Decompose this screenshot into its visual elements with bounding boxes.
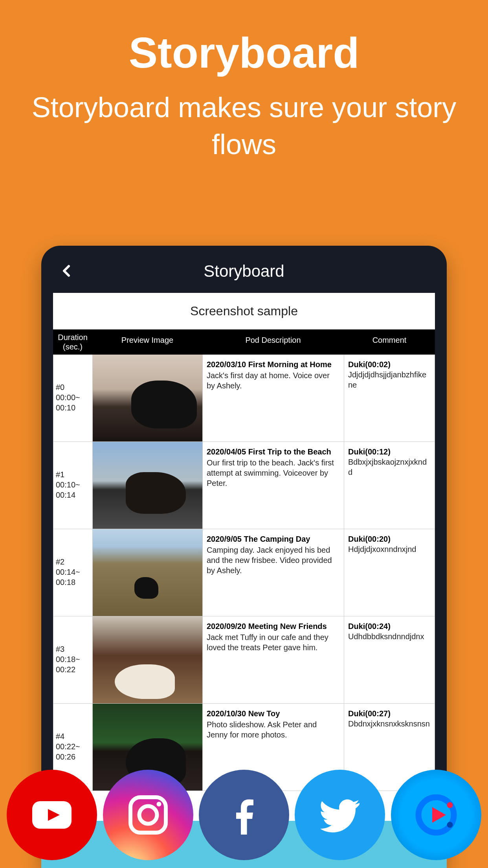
desc-title: 2020/03/10 First Morning at Home <box>207 359 340 370</box>
youtube-icon[interactable] <box>7 770 97 860</box>
cell-duration: #0 00:00~ 00:10 <box>53 355 93 441</box>
row-time: 00:14~ 00:18 <box>56 567 90 587</box>
desc-title: 2020/10/30 New Toy <box>207 708 340 719</box>
comment-meta: Duki(00:02) <box>348 359 431 370</box>
cell-duration: #3 00:18~ 00:22 <box>53 616 93 703</box>
desc-title: 2020/04/05 First Trip to the Beach <box>207 447 340 457</box>
cell-preview <box>93 355 203 441</box>
comment-body: Udhdbbdksndnndjdnx <box>348 631 431 642</box>
header-comment: Comment <box>344 333 435 351</box>
cell-duration: #2 00:14~ 00:18 <box>53 529 93 616</box>
preview-image <box>93 442 202 529</box>
desc-body: Camping day. Jack enjoyed his bed and th… <box>207 545 340 576</box>
hero-title: Storyboard <box>0 0 488 77</box>
row-index: #3 <box>56 644 90 654</box>
row-index: #0 <box>56 382 90 392</box>
svg-point-8 <box>447 822 453 828</box>
row-time: 00:10~ 00:14 <box>56 480 90 500</box>
instagram-icon[interactable] <box>103 770 193 860</box>
app-header: Storyboard <box>53 257 435 285</box>
back-button[interactable] <box>57 261 76 285</box>
desc-body: Jack's first day at home. Voice over by … <box>207 370 340 391</box>
row-time: 00:22~ 00:26 <box>56 741 90 762</box>
cell-comment: Duki(00:02) Jdjdjdjdhsjjdjanbzhfikene <box>344 355 435 441</box>
cell-comment: Duki(00:24) Udhdbbdksndnndjdnx <box>344 616 435 703</box>
svg-point-3 <box>139 806 157 824</box>
cell-comment: Duki(00:12) Bdbxjxjbskaojznxjxknd d <box>344 442 435 529</box>
desc-title: 2020/9/05 The Camping Day <box>207 534 340 544</box>
cell-preview <box>93 442 203 529</box>
social-row <box>0 770 488 860</box>
svg-point-4 <box>156 802 161 807</box>
comment-body: Dbdnxjxknsnxksknsnsn <box>348 719 431 729</box>
desc-body: Photo slideshow. Ask Peter and Jenny for… <box>207 719 340 740</box>
desc-body: Jack met Tuffy in our cafe and they love… <box>207 632 340 653</box>
table-row[interactable]: #0 00:00~ 00:10 2020/03/10 First Morning… <box>53 355 435 442</box>
svg-marker-6 <box>432 807 446 823</box>
preview-image <box>93 355 202 441</box>
comment-body: Jdjdjdjdhsjjdjanbzhfikene <box>348 370 431 390</box>
header-description: Pod Description <box>202 333 344 351</box>
comment-meta: Duki(00:12) <box>348 447 431 457</box>
facebook-icon[interactable] <box>199 770 289 860</box>
sample-title: Screenshot sample <box>53 293 435 329</box>
hero-subtitle: Storyboard makes sure your story flows <box>0 77 488 163</box>
desc-title: 2020/09/20 Meeting New Friends <box>207 621 340 631</box>
preview-image <box>93 616 202 703</box>
cell-preview <box>93 529 203 616</box>
app-title: Storyboard <box>204 262 284 281</box>
cell-preview <box>93 616 203 703</box>
row-time: 00:00~ 00:10 <box>56 392 90 413</box>
cell-description: 2020/03/10 First Morning at Home Jack's … <box>203 355 344 441</box>
cell-description: 2020/09/20 Meeting New Friends Jack met … <box>203 616 344 703</box>
comment-meta: Duki(00:24) <box>348 621 431 631</box>
table-row[interactable]: #1 00:10~ 00:14 2020/04/05 First Trip to… <box>53 442 435 529</box>
svg-point-7 <box>447 802 453 808</box>
row-index: #1 <box>56 469 90 480</box>
row-index: #4 <box>56 731 90 741</box>
cell-duration: #1 00:10~ 00:14 <box>53 442 93 529</box>
cell-description: 2020/04/05 First Trip to the Beach Our f… <box>203 442 344 529</box>
header-preview: Preview Image <box>92 333 202 351</box>
table-row[interactable]: #3 00:18~ 00:22 2020/09/20 Meeting New F… <box>53 616 435 704</box>
table-header: Duration (sec.) Preview Image Pod Descri… <box>53 329 435 355</box>
row-index: #2 <box>56 557 90 567</box>
app-icon[interactable] <box>391 770 481 860</box>
desc-body: Our first trip to the beach. Jack's firs… <box>207 458 340 488</box>
preview-image <box>93 529 202 616</box>
comment-body: Bdbxjxjbskaojznxjxknd d <box>348 457 431 477</box>
cell-comment: Duki(00:20) Hdjdjdjxoxnndnxjnd <box>344 529 435 616</box>
comment-meta: Duki(00:20) <box>348 534 431 544</box>
comment-body: Hdjdjdjxoxnndnxjnd <box>348 544 431 554</box>
row-time: 00:18~ 00:22 <box>56 654 90 675</box>
header-duration: Duration (sec.) <box>53 333 92 351</box>
table-row[interactable]: #2 00:14~ 00:18 2020/9/05 The Camping Da… <box>53 529 435 616</box>
comment-meta: Duki(00:27) <box>348 708 431 719</box>
cell-description: 2020/9/05 The Camping Day Camping day. J… <box>203 529 344 616</box>
twitter-icon[interactable] <box>295 770 385 860</box>
